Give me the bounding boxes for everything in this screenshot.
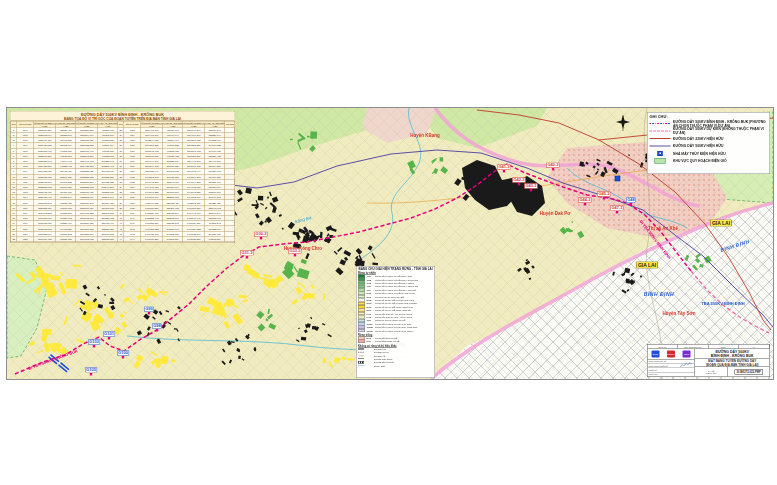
hydro-symbol [650,151,671,156]
signature [680,360,693,369]
forest-label: Địa giới huyện [374,351,389,354]
forest-label: Rừng hỗn giao tre nứa - gỗ tự nhiên [375,316,412,319]
rail-line-symbol [358,361,364,363]
color-swatch [358,340,365,343]
dash-pink-symbol [650,130,671,131]
coordinate-table-title: ĐƯỜNG DÂY 500KV BÌNH ĐỊNH - KRÔNG BUK BẢ… [11,112,235,122]
legend-item: ĐƯỜNG DÂY 500KV HIỆN HỮU [650,142,768,150]
forest-label: Rừng gỗ tự nhiên núi đá LRTX nghèo [375,329,413,332]
role-label: Chủ nhiệm dự án [648,360,667,363]
forest-code: TXN [367,282,374,285]
forest-code: RLN [367,295,374,298]
legend-item-label: NHÀ MÁY THỦY ĐIỆN HIỆN HỮU [673,151,726,155]
forest-label: Rừng gỗ tự nhiên núi đất LRTX trung bình [375,278,418,281]
angle-point-marker [503,170,505,172]
drawing-number: 30-BK272-022-PMP [734,369,762,374]
table-title-line2: BẢNG TỌA ĐỘ VỊ TRÍ GÓC CỦA ĐOẠN TUYẾN TR… [11,117,235,121]
angle-point-marker [584,203,586,205]
role-label: Thiết kế [648,369,657,372]
forest-label: Rừng gỗ TN núi đất LRRL nghèo kiệt [375,306,413,309]
forest-legend-item: Sông, suối [358,364,433,367]
legend-items: ĐƯỜNG DÂY 500KV BÌNH ĐỊNH - KRÔNG BUK (P… [650,120,768,165]
forest-label: Đường sắt hiện hữu [374,361,395,364]
angle-point-marker [530,189,532,191]
company-logo: EVN [651,351,659,358]
forest-code: TXP [367,289,374,292]
forest-label: Sông, suối [374,365,385,368]
legend-item: ĐƯỜNG DÂY 220KV HIỆN HỮU [650,135,768,143]
map-sheet: Huyện KBangHuyện Đak PơThị xã An KhêHuyệ… [6,107,774,380]
forest-legend-item: RTKRừng trồng khác núi đất [358,340,433,343]
legend-item: NHÀ MÁY THỦY ĐIỆN HIỆN HỮU [650,150,768,158]
water-line-symbol [358,365,364,367]
forest-label: Rừng gỗ tự nhiên núi đá LRTX giàu [375,323,411,326]
table-cell: 532933.750 [98,236,118,241]
project-line2: BÌNH ĐỊNH - KRÔNG BUK [695,354,770,358]
dots-line-symbol [358,354,364,356]
revision-cell: Ký [739,345,770,349]
angle-point-marker [518,183,520,185]
forest-code: RKB [367,299,374,302]
forest-label: Địa giới xã [374,354,385,357]
solid-red-symbol [650,138,671,139]
forest-label: Rừng gỗ TN núi đất lá rộng rụng lá TB [375,299,414,302]
table-cell [225,236,235,241]
company-logo: NPT [683,351,691,358]
table-cell: 1475188.221 [183,236,205,241]
angle-point-marker [630,203,632,205]
forest-code: TXG [367,275,374,278]
table-cell: 478750.750 [56,236,76,241]
revision-cell: Nội dung sửa đổi [678,345,709,349]
forest-label: Địa giới tỉnh [374,348,386,351]
forest-legend-title: BẢNG CHÚ GIẢI HIỆN TRẠNG RỪNG - TỈNH GIA… [358,268,433,271]
forest-code: TLU [367,319,374,322]
angle-point-marker [603,197,605,199]
table-cell: 1516702.453 [76,236,98,241]
revision-cell: Ngày [709,345,740,349]
forest-label: Rừng gỗ tự nhiên núi đất LRTX phục hồi [375,289,416,292]
drawing-title-line2: (ĐOẠN QUA ĐỊA BÀN TỈNH GIA LAI) [695,363,770,367]
scale-cell: TỶ LỆ 1:200.000 [695,367,728,376]
forest-code: TXDG [367,323,374,326]
company-logo: PECC4 [667,351,675,358]
forest-label: Rừng gỗ TN núi đất LRRL phục hồi [375,309,411,312]
legend-item-label: ĐƯỜNG DÂY 500KV HIỆN HỮU [673,144,723,148]
angle-point-marker [616,211,618,213]
table-cell: 602778.584 [205,236,225,241]
forest-label: Rừng lá kim tự nhiên núi đất [375,295,404,298]
table-header: Hệ tọa độ VN-2000, KTT 107°45', múi chiế… [183,121,225,124]
role-label: Kiểm tra [648,373,658,376]
wind-symbol [650,158,671,164]
forest-label: Rừng gỗ tự nhiên núi đất LRTX nghèo [375,282,414,285]
forest-code: HG2 [367,316,374,319]
table-header: Hệ tọa độ VN-2000, KTT 108°30', múi chiế… [34,121,76,124]
angle-point-marker [93,345,95,347]
forest-label: Rừng gỗ tự nhiên núi đất LRTX giàu [375,275,412,278]
forest-code: RKP [367,309,374,312]
revision-cell: Sửa đổi [648,345,679,349]
angle-point-marker [294,254,296,256]
forest-code: TXK [367,285,374,288]
company-logos: EVNPECC4NPT [648,349,695,360]
forest-code: RKN [367,302,374,305]
table-cell: 1475486.221 [141,236,163,241]
forest-code: RLB [367,292,374,295]
drawing-title: MẶT BẰNG TUYẾN ĐƯỜNG DÂY (ĐOẠN QUA ĐỊA B… [695,359,770,368]
dash-multi-symbol [650,123,671,124]
forest-legend-items: Rừng tự nhiênTXGRừng gỗ tự nhiên núi đất… [358,271,433,367]
drawing-number-cell: 30-BK272-022-PMP [728,367,770,376]
angle-point-marker [122,356,124,358]
forest-code: RTG [367,337,374,340]
forest-code: RTK [367,340,374,343]
forest-code: TXB [367,278,374,281]
forest-code: HG1 [367,312,374,315]
angle-point-marker [108,337,110,339]
angle-point-marker [90,373,92,375]
legend-item-label: ĐƯỜNG DÂY 220KV HIỆN HỮU [673,136,723,140]
forest-label: Rừng trồng khác núi đất [375,340,400,343]
legend-title: GHI CHÚ: [650,114,768,119]
dash-dot-line-symbol [358,351,364,353]
table-cell: G44 [124,236,141,241]
legend-item: KHU VỰC QUY HOẠCH ĐIỆN GIÓ [650,157,768,165]
forest-legend-panel: BẢNG CHÚ GIẢI HIỆN TRẠNG RỪNG - TỈNH GIA… [356,266,435,378]
